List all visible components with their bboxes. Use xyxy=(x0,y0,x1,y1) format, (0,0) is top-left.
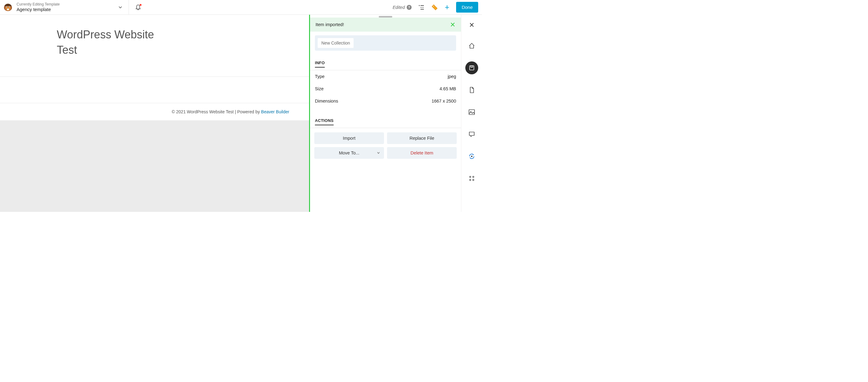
beaver-logo-icon xyxy=(3,2,13,12)
success-banner: Item imported! xyxy=(310,18,461,32)
rail-sync-icon[interactable] xyxy=(465,150,478,163)
rail-image-icon[interactable] xyxy=(465,106,478,119)
rail-document-icon[interactable] xyxy=(465,84,478,96)
svg-point-20 xyxy=(473,179,474,181)
svg-rect-6 xyxy=(7,9,9,10)
svg-point-4 xyxy=(6,6,7,7)
info-section-header: INFO xyxy=(310,54,461,70)
svg-point-18 xyxy=(473,176,474,177)
svg-rect-12 xyxy=(470,66,474,70)
collection-chip[interactable]: New Collection xyxy=(318,38,353,48)
svg-point-17 xyxy=(470,176,471,177)
import-button[interactable]: Import xyxy=(314,133,384,144)
svg-point-11 xyxy=(433,5,434,6)
svg-point-19 xyxy=(470,179,471,181)
help-icon[interactable]: ? xyxy=(407,5,412,10)
close-banner-icon[interactable] xyxy=(450,22,456,27)
svg-rect-14 xyxy=(469,110,474,115)
chevron-down-icon[interactable] xyxy=(118,5,122,9)
done-button[interactable]: Done xyxy=(456,2,478,12)
tag-icon[interactable] xyxy=(431,4,438,11)
svg-point-5 xyxy=(9,6,10,7)
delete-item-button[interactable]: Delete Item xyxy=(387,147,457,159)
replace-file-button[interactable]: Replace File xyxy=(387,133,457,144)
svg-point-7 xyxy=(418,5,420,6)
close-panel-icon[interactable] xyxy=(469,22,474,28)
svg-point-16 xyxy=(471,156,472,157)
move-to-button[interactable]: Move To... xyxy=(314,147,384,159)
svg-rect-13 xyxy=(471,66,473,67)
top-toolbar: Currently Editing Template Agency templa… xyxy=(0,0,482,15)
rail-home-icon[interactable] xyxy=(465,39,478,52)
info-row-size: Size4.65 MB xyxy=(310,83,461,95)
side-rail xyxy=(461,15,482,212)
notification-dot-icon xyxy=(140,4,142,6)
success-message: Item imported! xyxy=(315,22,344,27)
info-row-dimensions: Dimensions1667 x 2500 xyxy=(310,95,461,107)
template-selector[interactable]: Currently Editing Template Agency templa… xyxy=(0,0,129,14)
rail-save-icon[interactable] xyxy=(465,61,478,74)
notifications-button[interactable] xyxy=(135,4,141,10)
footer-link[interactable]: Beaver Builder xyxy=(261,109,289,114)
info-row-type: Typejpeg xyxy=(310,70,461,83)
rail-comment-icon[interactable] xyxy=(465,128,478,141)
chevron-down-icon xyxy=(377,151,380,155)
edited-status: Edited ? xyxy=(393,5,412,10)
actions-section-header: ACTIONS xyxy=(310,112,461,128)
collection-field[interactable]: New Collection xyxy=(315,35,456,51)
outline-icon[interactable] xyxy=(418,5,425,10)
rail-apps-icon[interactable] xyxy=(465,172,478,185)
info-panel: Item imported! New Collection INFO Typej… xyxy=(309,15,461,212)
editing-label: Currently Editing Template xyxy=(17,2,60,6)
add-button[interactable]: + xyxy=(445,2,450,12)
template-name: Agency template xyxy=(17,7,60,12)
